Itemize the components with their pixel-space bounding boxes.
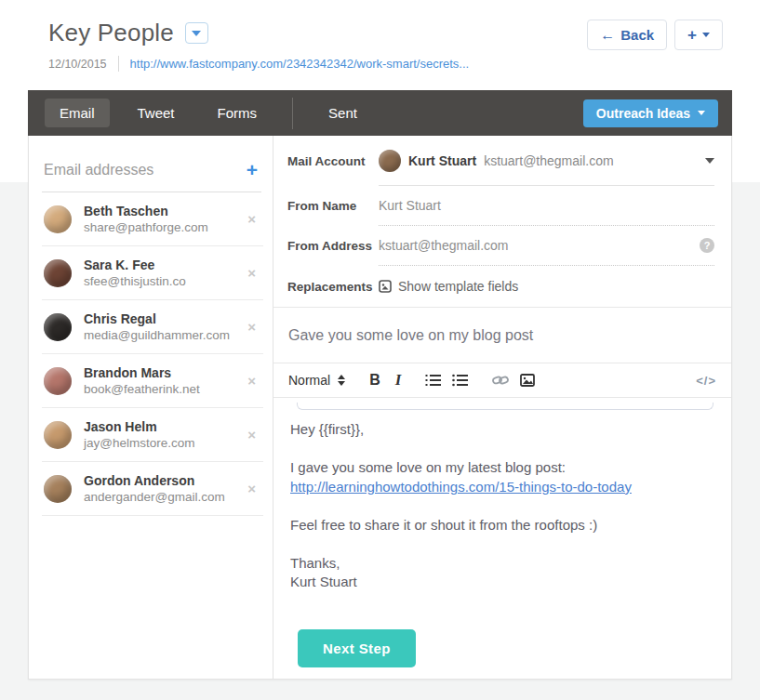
record-date: 12/10/2015 xyxy=(48,58,107,71)
avatar xyxy=(44,367,72,395)
mail-account-row: Mail Account Kurt Stuart kstuart@thegmai… xyxy=(273,136,731,186)
contact-list: Beth Taschen share@pathforge.com × Sara … xyxy=(29,192,273,516)
body-text-line: I gave you some love on my latest blog p… xyxy=(290,458,711,478)
remove-contact-button[interactable]: × xyxy=(244,425,260,444)
title-dropdown-button[interactable] xyxy=(185,22,208,44)
subject-input[interactable] xyxy=(288,327,714,344)
bold-button[interactable]: B xyxy=(369,372,380,389)
contact-name: Jason Helm xyxy=(84,418,195,435)
remove-contact-button[interactable]: × xyxy=(244,263,260,283)
replacements-row: Replacements Show template fields xyxy=(273,266,731,307)
from-name-label: From Name xyxy=(287,199,379,213)
formatting-toolbar: Normal B I xyxy=(273,363,731,398)
avatar xyxy=(44,475,72,503)
code-view-toggle[interactable]: </> xyxy=(696,374,716,388)
contact-email: sfee@thisjustin.co xyxy=(84,273,186,289)
mail-account-email: kstuart@thegmail.com xyxy=(484,153,613,168)
chevron-down-icon xyxy=(702,33,710,37)
email-addresses-sidebar: Email addresses + Beth Taschen share@pat… xyxy=(29,136,273,679)
insert-link-button[interactable] xyxy=(492,375,509,386)
contact-email: jay@helmstore.com xyxy=(84,435,195,451)
subject-row xyxy=(273,307,731,363)
chevron-down-icon[interactable] xyxy=(705,158,714,164)
add-button[interactable]: + xyxy=(674,20,723,50)
message-body-editor[interactable]: Hey {{first}},I gave you some love on my… xyxy=(273,403,731,682)
contact-list-item[interactable]: Jason Helm jay@helmstore.com × xyxy=(42,408,263,462)
avatar xyxy=(44,205,72,233)
remove-contact-button[interactable]: × xyxy=(244,371,260,390)
mail-account-select[interactable]: Kurt Stuart kstuart@thegmail.com xyxy=(379,136,714,186)
next-step-button[interactable]: Next Step xyxy=(298,629,416,667)
contact-email: book@featherink.net xyxy=(84,381,200,397)
outreach-ideas-button[interactable]: Outreach Ideas xyxy=(583,99,718,127)
help-icon[interactable]: ? xyxy=(700,238,714,253)
paragraph-format-dropdown[interactable]: Normal xyxy=(288,373,345,388)
contact-list-item[interactable]: Sara K. Fee sfee@thisjustin.co × xyxy=(42,246,263,300)
outreach-ideas-label: Outreach Ideas xyxy=(596,106,690,121)
message-body-text: Hey {{first}},I gave you some love on my… xyxy=(273,410,731,592)
back-button-label: Back xyxy=(620,27,654,43)
tab-tweet[interactable]: Tweet xyxy=(123,99,190,127)
contact-email: media@guildhammer.com xyxy=(84,327,230,343)
paragraph-format-value: Normal xyxy=(288,373,330,388)
unordered-list-button[interactable] xyxy=(452,374,468,387)
from-address-input[interactable] xyxy=(379,238,692,253)
tab-forms[interactable]: Forms xyxy=(203,99,273,127)
body-text-line xyxy=(290,440,711,459)
scrolled-element-edge xyxy=(297,403,713,410)
ordered-list-icon xyxy=(425,374,441,387)
chevron-down-icon xyxy=(698,111,705,115)
contact-email: andergander@gmail.com xyxy=(84,489,225,505)
body-text-line: Hey {{first}}, xyxy=(290,420,711,440)
source-url-link[interactable]: http://www.fastcompany.com/2342342342/wo… xyxy=(130,57,470,71)
remove-contact-button[interactable]: × xyxy=(244,317,260,337)
main-card: Email Tweet Forms Sent Outreach Ideas Em… xyxy=(28,90,732,680)
replacements-label: Replacements xyxy=(287,280,379,294)
contact-list-item[interactable]: Brandon Mars book@featherink.net × xyxy=(42,354,263,408)
unordered-list-icon xyxy=(452,374,468,387)
remove-contact-button[interactable]: × xyxy=(244,479,260,498)
toolbar-divider xyxy=(292,98,293,129)
body-text-line: Thanks, xyxy=(290,554,711,574)
from-address-row: From Address ? xyxy=(273,226,731,266)
show-template-fields-label: Show template fields xyxy=(398,279,518,294)
back-button[interactable]: ← Back xyxy=(587,20,667,50)
chevron-down-icon xyxy=(192,31,201,36)
add-email-address-button[interactable]: + xyxy=(247,160,258,179)
contact-list-item[interactable]: Beth Taschen share@pathforge.com × xyxy=(42,192,263,246)
contact-name: Brandon Mars xyxy=(84,364,200,381)
body-text-line: Kurt Stuart xyxy=(290,573,711,592)
email-form-panel: Mail Account Kurt Stuart kstuart@thegmai… xyxy=(273,136,731,679)
avatar xyxy=(44,259,72,287)
body-link-line: http://learninghowtodothings.com/15-thin… xyxy=(290,478,711,497)
page-header: Key People 12/10/2015 http://www.fastcom… xyxy=(28,0,732,90)
avatar xyxy=(44,421,72,449)
insert-image-button[interactable] xyxy=(520,374,535,387)
body-hyperlink[interactable]: http://learninghowtodothings.com/15-thin… xyxy=(290,479,632,495)
from-name-input[interactable] xyxy=(379,198,714,213)
sidebar-title: Email addresses xyxy=(44,162,153,178)
link-icon xyxy=(492,375,509,386)
ordered-list-button[interactable] xyxy=(425,374,441,387)
body-text-line xyxy=(290,535,711,554)
mode-toolbar: Email Tweet Forms Sent Outreach Ideas xyxy=(28,90,732,136)
italic-button[interactable]: I xyxy=(395,371,402,390)
body-text-line xyxy=(290,496,711,516)
mail-account-label: Mail Account xyxy=(287,154,379,168)
from-address-label: From Address xyxy=(287,239,379,253)
plus-icon: + xyxy=(687,27,697,43)
contact-list-item[interactable]: Chris Regal media@guildhammer.com × xyxy=(42,300,263,354)
body-text-line: Feel free to share it or shout it from t… xyxy=(290,516,711,535)
back-arrow-icon: ← xyxy=(600,28,615,43)
avatar xyxy=(44,313,72,341)
tab-sent[interactable]: Sent xyxy=(313,99,372,127)
mail-account-name: Kurt Stuart xyxy=(408,153,476,168)
page-title: Key People xyxy=(48,19,174,47)
remove-contact-button[interactable]: × xyxy=(244,209,260,229)
template-fields-icon xyxy=(379,280,392,293)
avatar xyxy=(379,150,401,172)
contact-list-item[interactable]: Gordon Anderson andergander@gmail.com × xyxy=(42,462,263,516)
tab-email[interactable]: Email xyxy=(45,99,110,127)
contact-name: Chris Regal xyxy=(84,310,230,327)
show-template-fields-button[interactable]: Show template fields xyxy=(379,279,518,294)
